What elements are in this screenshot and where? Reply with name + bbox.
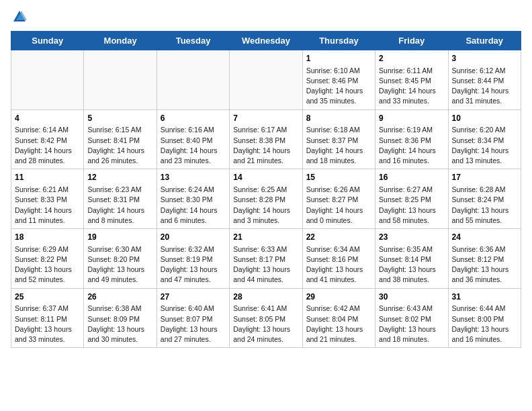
daylight-text: Daylight: 13 hours and 33 minutes.: [15, 324, 80, 345]
sunset-text: Sunset: 8:40 PM: [161, 136, 226, 146]
daylight-text: Daylight: 13 hours and 49 minutes.: [87, 265, 152, 285]
daylight-text: Daylight: 14 hours and 16 minutes.: [379, 146, 444, 166]
page-header: [11, 11, 521, 26]
calendar-cell: 15Sunrise: 6:26 AMSunset: 8:27 PMDayligh…: [302, 169, 375, 229]
day-number: 23: [379, 232, 444, 243]
day-number: 2: [379, 53, 444, 64]
daylight-text: Daylight: 14 hours and 21 minutes.: [233, 146, 298, 166]
sunrise-text: Sunrise: 6:34 AM: [306, 244, 371, 255]
sunrise-text: Sunrise: 6:36 AM: [452, 244, 517, 255]
sunset-text: Sunset: 8:07 PM: [161, 314, 226, 324]
sunset-text: Sunset: 8:34 PM: [452, 136, 517, 146]
calendar-cell: 25Sunrise: 6:37 AMSunset: 8:11 PMDayligh…: [11, 288, 84, 348]
calendar-week-row: 4Sunrise: 6:14 AMSunset: 8:42 PMDaylight…: [11, 109, 521, 169]
calendar-cell: [11, 50, 84, 110]
daylight-text: Daylight: 14 hours and 31 minutes.: [452, 86, 517, 106]
calendar-day-header: Wednesday: [230, 32, 302, 50]
calendar-cell: [230, 50, 302, 110]
sunset-text: Sunset: 8:12 PM: [452, 255, 517, 265]
day-number: 5: [87, 113, 152, 124]
sunrise-text: Sunrise: 6:21 AM: [15, 185, 80, 195]
calendar-cell: 31Sunrise: 6:44 AMSunset: 8:00 PMDayligh…: [448, 288, 521, 348]
daylight-text: Daylight: 13 hours and 55 minutes.: [452, 205, 517, 226]
day-number: 19: [87, 232, 152, 243]
sunset-text: Sunset: 8:16 PM: [306, 255, 371, 265]
day-number: 10: [452, 113, 517, 124]
day-number: 27: [161, 291, 226, 303]
calendar-header-row: SundayMondayTuesdayWednesdayThursdayFrid…: [11, 32, 521, 50]
sunset-text: Sunset: 8:37 PM: [306, 136, 371, 146]
calendar-cell: 20Sunrise: 6:32 AMSunset: 8:19 PMDayligh…: [157, 229, 229, 289]
daylight-text: Daylight: 14 hours and 28 minutes.: [15, 146, 80, 166]
sunset-text: Sunset: 8:24 PM: [452, 195, 517, 205]
calendar-week-row: 18Sunrise: 6:29 AMSunset: 8:22 PMDayligh…: [11, 229, 521, 289]
calendar-cell: 28Sunrise: 6:41 AMSunset: 8:05 PMDayligh…: [230, 288, 302, 348]
sunset-text: Sunset: 8:45 PM: [379, 76, 444, 86]
daylight-text: Daylight: 14 hours and 18 minutes.: [306, 146, 371, 166]
day-number: 28: [233, 291, 298, 303]
day-number: 16: [379, 172, 444, 183]
calendar-cell: 6Sunrise: 6:16 AMSunset: 8:40 PMDaylight…: [157, 109, 229, 169]
calendar-cell: 5Sunrise: 6:15 AMSunset: 8:41 PMDaylight…: [84, 109, 157, 169]
calendar-cell: 4Sunrise: 6:14 AMSunset: 8:42 PMDaylight…: [11, 109, 84, 169]
calendar-cell: [157, 50, 229, 110]
day-number: 1: [306, 53, 371, 64]
sunrise-text: Sunrise: 6:29 AM: [15, 244, 80, 255]
calendar-day-header: Tuesday: [157, 32, 229, 50]
daylight-text: Daylight: 13 hours and 27 minutes.: [161, 324, 226, 345]
day-number: 9: [379, 113, 444, 124]
sunrise-text: Sunrise: 6:23 AM: [87, 185, 152, 195]
sunset-text: Sunset: 8:44 PM: [452, 76, 517, 86]
calendar-cell: 16Sunrise: 6:27 AMSunset: 8:25 PMDayligh…: [375, 169, 448, 229]
sunrise-text: Sunrise: 6:10 AM: [306, 66, 371, 76]
daylight-text: Daylight: 13 hours and 21 minutes.: [306, 324, 371, 345]
daylight-text: Daylight: 14 hours and 33 minutes.: [379, 86, 444, 106]
calendar-cell: 22Sunrise: 6:34 AMSunset: 8:16 PMDayligh…: [302, 229, 375, 289]
sunset-text: Sunset: 8:28 PM: [233, 195, 298, 205]
sunset-text: Sunset: 8:17 PM: [233, 255, 298, 265]
sunset-text: Sunset: 8:09 PM: [87, 314, 152, 324]
sunrise-text: Sunrise: 6:38 AM: [87, 304, 152, 314]
calendar-cell: 19Sunrise: 6:30 AMSunset: 8:20 PMDayligh…: [84, 229, 157, 289]
day-number: 18: [15, 232, 80, 243]
day-number: 11: [15, 172, 80, 183]
calendar-cell: 30Sunrise: 6:43 AMSunset: 8:02 PMDayligh…: [375, 288, 448, 348]
sunrise-text: Sunrise: 6:32 AM: [161, 244, 226, 255]
day-number: 6: [161, 113, 226, 124]
sunrise-text: Sunrise: 6:44 AM: [452, 304, 517, 314]
day-number: 14: [233, 172, 298, 183]
daylight-text: Daylight: 14 hours and 6 minutes.: [161, 205, 226, 226]
sunset-text: Sunset: 8:20 PM: [87, 255, 152, 265]
sunrise-text: Sunrise: 6:40 AM: [161, 304, 226, 314]
calendar-cell: 10Sunrise: 6:20 AMSunset: 8:34 PMDayligh…: [448, 109, 521, 169]
daylight-text: Daylight: 13 hours and 18 minutes.: [379, 324, 444, 345]
sunrise-text: Sunrise: 6:43 AM: [379, 304, 444, 314]
sunrise-text: Sunrise: 6:11 AM: [379, 66, 444, 76]
sunrise-text: Sunrise: 6:24 AM: [161, 185, 226, 195]
day-number: 29: [306, 291, 371, 303]
day-number: 12: [87, 172, 152, 183]
calendar-cell: 24Sunrise: 6:36 AMSunset: 8:12 PMDayligh…: [448, 229, 521, 289]
calendar-cell: 7Sunrise: 6:17 AMSunset: 8:38 PMDaylight…: [230, 109, 302, 169]
sunrise-text: Sunrise: 6:16 AM: [161, 125, 226, 135]
calendar-day-header: Monday: [84, 32, 157, 50]
calendar-cell: 12Sunrise: 6:23 AMSunset: 8:31 PMDayligh…: [84, 169, 157, 229]
sunset-text: Sunset: 8:38 PM: [233, 136, 298, 146]
daylight-text: Daylight: 13 hours and 41 minutes.: [306, 265, 371, 285]
day-number: 15: [306, 172, 371, 183]
sunrise-text: Sunrise: 6:18 AM: [306, 125, 371, 135]
day-number: 20: [161, 232, 226, 243]
day-number: 17: [452, 172, 517, 183]
calendar-cell: 17Sunrise: 6:28 AMSunset: 8:24 PMDayligh…: [448, 169, 521, 229]
sunset-text: Sunset: 8:27 PM: [306, 195, 371, 205]
day-number: 31: [452, 291, 517, 303]
day-number: 26: [87, 291, 152, 303]
daylight-text: Daylight: 13 hours and 58 minutes.: [379, 205, 444, 226]
daylight-text: Daylight: 13 hours and 24 minutes.: [233, 324, 298, 345]
sunrise-text: Sunrise: 6:35 AM: [379, 244, 444, 255]
calendar-cell: 3Sunrise: 6:12 AMSunset: 8:44 PMDaylight…: [448, 50, 521, 110]
calendar-table: SundayMondayTuesdayWednesdayThursdayFrid…: [11, 31, 521, 348]
sunset-text: Sunset: 8:14 PM: [379, 255, 444, 265]
daylight-text: Daylight: 13 hours and 16 minutes.: [452, 324, 517, 345]
sunset-text: Sunset: 8:36 PM: [379, 136, 444, 146]
